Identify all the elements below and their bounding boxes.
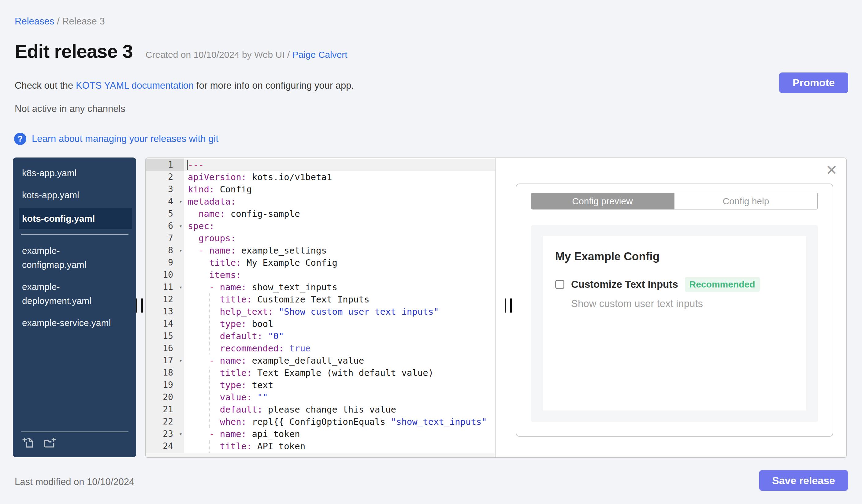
line-number[interactable]: 17▾	[146, 355, 184, 367]
file-item-example-deployment.yaml[interactable]: example-deployment.yaml	[22, 280, 118, 308]
code-line[interactable]: ---	[184, 159, 495, 171]
line-number[interactable]: 18	[146, 367, 184, 379]
breadcrumb: Releases / Release 3	[15, 16, 105, 27]
channel-status: Not active in any channels	[15, 103, 126, 115]
line-number[interactable]: 5	[146, 208, 184, 220]
fold-caret-icon[interactable]: ▾	[179, 196, 182, 208]
token-str: ""	[252, 392, 268, 402]
line-number[interactable]: 1	[146, 159, 184, 171]
fold-caret-icon[interactable]: ▾	[179, 355, 182, 367]
file-tree-divider	[21, 234, 129, 235]
line-number[interactable]: 9	[146, 256, 184, 269]
indent-guide	[209, 367, 210, 379]
code-line[interactable]: title: My Example Config	[184, 256, 495, 269]
file-item-example-configmap.yaml[interactable]: example-configmap.yaml	[22, 244, 118, 272]
tab-config-preview[interactable]: Config preview	[531, 193, 674, 210]
config-card: Config previewConfig help My Example Con…	[516, 184, 833, 437]
token-val	[188, 319, 220, 329]
code-line[interactable]: apiVersion: kots.io/v1beta1	[184, 171, 495, 183]
line-number[interactable]: 11▾	[146, 281, 184, 293]
line-number[interactable]: 15	[146, 330, 184, 342]
fold-caret-icon[interactable]: ▾	[179, 220, 182, 232]
code-line[interactable]: type: bool	[184, 318, 495, 330]
code-line[interactable]: recommended: true	[184, 342, 495, 355]
new-file-icon[interactable]	[22, 436, 35, 449]
code-line[interactable]: - name: example_settings	[184, 244, 495, 256]
line-number[interactable]: 16	[146, 342, 184, 355]
file-item-k8s-app.yaml[interactable]: k8s-app.yaml	[22, 166, 118, 180]
tab-config-help[interactable]: Config help	[674, 193, 818, 210]
code-line[interactable]: metadata:	[184, 196, 495, 208]
code-line[interactable]: - name: show_text_inputs	[184, 281, 495, 293]
yaml-editor[interactable]: 1234▾56▾78▾91011▾121314151617▾1819202122…	[146, 158, 496, 457]
token-key: title:	[220, 441, 252, 451]
preview-resize-handle[interactable]	[505, 299, 512, 313]
token-dash: -	[209, 282, 220, 292]
docs-note-before: Check out the	[15, 80, 76, 91]
line-number[interactable]: 23▾	[146, 428, 184, 440]
code-line[interactable]: name: config-sample	[184, 208, 495, 220]
author-link[interactable]: Paige Calvert	[292, 50, 348, 59]
indent-guide	[209, 318, 210, 330]
fold-caret-icon[interactable]: ▾	[179, 428, 182, 440]
code-line[interactable]: - name: example_default_value	[184, 355, 495, 367]
code-line[interactable]: title: Customize Text Inputs	[184, 293, 495, 306]
indent-guide	[209, 440, 210, 452]
editor-code-area[interactable]: ---apiVersion: kots.io/v1beta1kind: Conf…	[184, 158, 495, 457]
code-line[interactable]: - name: api_token	[184, 428, 495, 440]
line-number[interactable]: 12	[146, 293, 184, 306]
file-item-example-service.yaml[interactable]: example-service.yaml	[22, 316, 118, 330]
line-number[interactable]: 4▾	[146, 196, 184, 208]
token-str: "show_text_inputs"	[391, 416, 487, 427]
code-line[interactable]: spec:	[184, 220, 495, 232]
new-folder-icon[interactable]	[43, 436, 57, 449]
file-item-kots-config.yaml[interactable]: kots-config.yaml	[19, 208, 132, 229]
kots-yaml-docs-link[interactable]: KOTS YAML documentation	[76, 80, 194, 91]
token-val: example_settings	[236, 245, 327, 256]
line-number[interactable]: 6▾	[146, 220, 184, 232]
code-line[interactable]: value: ""	[184, 391, 495, 403]
token-key: name:	[209, 245, 236, 256]
close-icon[interactable]: ✕	[826, 163, 837, 177]
fold-caret-icon[interactable]: ▾	[179, 281, 182, 293]
save-release-button[interactable]: Save release	[759, 470, 848, 491]
line-number[interactable]: 22	[146, 416, 184, 428]
file-item-kots-app.yaml[interactable]: kots-app.yaml	[22, 188, 118, 202]
edit-release-page: Releases / Release 3 Edit release 3 Crea…	[0, 0, 862, 504]
line-number[interactable]: 20	[146, 391, 184, 403]
config-group: My Example Config Customize Text Inputs …	[543, 236, 806, 410]
fold-caret-icon[interactable]: ▾	[179, 244, 182, 256]
token-val	[188, 257, 209, 268]
code-line[interactable]: title: API token	[184, 440, 495, 452]
line-number[interactable]: 13	[146, 306, 184, 318]
customize-text-inputs-checkbox[interactable]	[555, 280, 564, 289]
line-number[interactable]: 2	[146, 171, 184, 183]
promote-button[interactable]: Promote	[779, 72, 848, 93]
line-number[interactable]: 19	[146, 379, 184, 391]
code-line[interactable]: when: repl{{ ConfigOptionEquals "show_te…	[184, 416, 495, 428]
editor-horizontal-scrollbar[interactable]	[146, 453, 495, 457]
code-line[interactable]: help_text: "Show custom user text inputs…	[184, 306, 495, 318]
sidebar-resize-handle[interactable]	[136, 299, 143, 313]
token-val	[188, 355, 209, 366]
file-tree-bottom-divider	[21, 432, 129, 432]
config-tabs: Config previewConfig help	[531, 193, 818, 210]
line-number[interactable]: 24	[146, 440, 184, 452]
line-number[interactable]: 7	[146, 232, 184, 244]
code-line[interactable]: kind: Config	[184, 183, 495, 196]
recommended-badge: Recommended	[685, 277, 760, 292]
line-number[interactable]: 14	[146, 318, 184, 330]
line-number[interactable]: 10	[146, 269, 184, 281]
code-line[interactable]: title: Text Example (with default value)	[184, 367, 495, 379]
code-line[interactable]: default: "0"	[184, 330, 495, 342]
code-line[interactable]: default: please change this value	[184, 403, 495, 416]
token-str: "Show custom user text inputs"	[273, 306, 439, 317]
code-line[interactable]: groups:	[184, 232, 495, 244]
code-line[interactable]: items:	[184, 269, 495, 281]
breadcrumb-releases-link[interactable]: Releases	[15, 16, 54, 27]
code-line[interactable]: type: text	[184, 379, 495, 391]
line-number[interactable]: 3	[146, 183, 184, 196]
git-releases-link[interactable]: Learn about managing your releases with …	[32, 133, 218, 144]
line-number[interactable]: 8▾	[146, 244, 184, 256]
line-number[interactable]: 21	[146, 403, 184, 416]
